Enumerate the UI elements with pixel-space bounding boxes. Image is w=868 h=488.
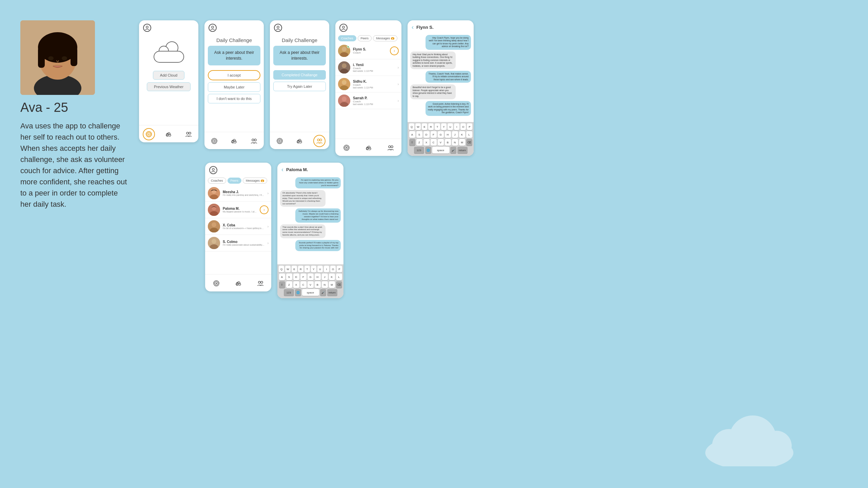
key-r-p[interactable]: R xyxy=(298,266,303,272)
key-return[interactable]: return xyxy=(457,147,468,154)
key-h[interactable]: H xyxy=(445,131,451,138)
nav-target-btn-4[interactable] xyxy=(340,142,353,154)
key-backspace[interactable]: ⌫ xyxy=(466,139,472,146)
key-k[interactable]: K xyxy=(459,131,465,138)
nav-cloud-btn[interactable] xyxy=(162,128,175,140)
key-l-p[interactable]: L xyxy=(336,273,342,280)
key-m-p[interactable]: M xyxy=(329,281,335,288)
dont-want-btn[interactable]: I don't want to do this xyxy=(208,94,260,103)
key-w[interactable]: W xyxy=(415,123,421,130)
contact-yenii[interactable]: i. Yenii Coach last week: 1:13 PM › xyxy=(335,59,401,76)
key-g[interactable]: G xyxy=(438,131,444,138)
maybe-later-btn[interactable]: Maybe Later xyxy=(208,82,260,92)
key-g-p[interactable]: G xyxy=(308,273,314,280)
back-arrow-5[interactable]: ‹ xyxy=(412,24,414,31)
tab-peers-6[interactable]: Peers xyxy=(228,178,242,184)
key-t-p[interactable]: T xyxy=(304,266,310,272)
nav-people-btn[interactable] xyxy=(182,128,195,140)
nav-target-btn-2[interactable] xyxy=(208,135,220,147)
tab-coaches[interactable]: Coaches xyxy=(338,35,356,41)
key-s[interactable]: S xyxy=(416,131,422,138)
key-p[interactable]: P xyxy=(467,123,472,130)
key-123-p[interactable]: 123 xyxy=(284,289,294,296)
key-e-p[interactable]: E xyxy=(292,266,297,272)
key-k-p[interactable]: K xyxy=(329,273,335,280)
key-o[interactable]: O xyxy=(460,123,466,130)
key-c-p[interactable]: C xyxy=(300,281,307,288)
key-i-p[interactable]: I xyxy=(324,266,329,272)
key-globe[interactable]: 🌐 xyxy=(425,147,431,154)
key-o-p[interactable]: O xyxy=(330,266,336,272)
contact-sarrah[interactable]: Sarrah P. Coach last week: 1:13 PM › xyxy=(335,93,401,109)
key-u[interactable]: U xyxy=(448,123,453,130)
key-z[interactable]: Z xyxy=(416,139,422,146)
tab-messages[interactable]: Messages ● xyxy=(373,35,397,41)
nav-target-btn-6[interactable] xyxy=(210,277,222,289)
contact-flynn[interactable]: Flynn S. Coach › xyxy=(335,43,401,59)
accept-btn[interactable]: I accept xyxy=(208,70,260,80)
key-return-p[interactable]: return xyxy=(327,289,337,296)
key-mic-p[interactable]: 🎤 xyxy=(320,289,326,296)
chevron-paloma-active[interactable]: › xyxy=(260,205,269,214)
nav-target-btn-3[interactable] xyxy=(274,135,286,147)
tab-coaches-6[interactable]: Coaches xyxy=(208,178,226,184)
key-p-p[interactable]: P xyxy=(337,266,342,272)
nav-cloud-btn-3[interactable] xyxy=(293,135,305,147)
key-s-p[interactable]: S xyxy=(286,273,292,280)
key-f-p[interactable]: F xyxy=(300,273,307,280)
chevron-sidhu[interactable]: › xyxy=(398,82,399,86)
key-z-p[interactable]: Z xyxy=(286,281,292,288)
key-b[interactable]: B xyxy=(445,139,451,146)
key-q-p[interactable]: Q xyxy=(279,266,284,272)
chevron-xceba[interactable]: › xyxy=(268,225,269,228)
contact-scolmo[interactable]: S. Colmo I'm really passionate about sus… xyxy=(205,235,271,251)
key-f[interactable]: F xyxy=(431,131,437,138)
key-y-p[interactable]: Y xyxy=(311,266,316,272)
key-globe-p[interactable]: 🌐 xyxy=(295,289,301,296)
key-n[interactable]: N xyxy=(452,139,458,146)
key-i[interactable]: I xyxy=(454,123,459,130)
nav-cloud-btn-4[interactable] xyxy=(362,142,375,154)
chevron-sarrah[interactable]: › xyxy=(398,99,399,103)
chevron-scolmo[interactable]: › xyxy=(268,241,269,245)
chevron-meesha[interactable]: › xyxy=(268,191,269,195)
chevron-flynn[interactable]: › xyxy=(390,46,399,55)
key-h-p[interactable]: H xyxy=(315,273,321,280)
key-d[interactable]: D xyxy=(423,131,430,138)
key-shift-p[interactable]: ⇧ xyxy=(279,281,285,288)
key-r[interactable]: R xyxy=(428,123,434,130)
key-backspace-p[interactable]: ⌫ xyxy=(336,281,342,288)
add-cloud-button[interactable]: Add Cloud xyxy=(153,71,184,80)
nav-cloud-btn-2[interactable] xyxy=(228,135,240,147)
key-t[interactable]: T xyxy=(435,123,440,130)
try-again-btn[interactable]: Try Again Later xyxy=(273,82,326,91)
chevron-yenii[interactable]: › xyxy=(398,66,399,69)
key-v[interactable]: V xyxy=(438,139,444,146)
key-v-p[interactable]: V xyxy=(308,281,314,288)
nav-people-btn-6[interactable] xyxy=(254,277,267,289)
contact-xceba[interactable]: X. Ceba I'm bit of a bookworm—I have get… xyxy=(205,218,271,235)
tab-peers[interactable]: Peers xyxy=(358,35,372,41)
key-l[interactable]: L xyxy=(466,131,472,138)
contact-paloma[interactable]: Paloma M. My biggest passion is music. I… xyxy=(205,202,271,218)
completed-btn[interactable]: Completed Challange xyxy=(273,70,326,80)
key-a[interactable]: A xyxy=(409,131,415,138)
nav-people-btn-2[interactable] xyxy=(248,135,260,147)
key-d-p[interactable]: D xyxy=(293,273,299,280)
key-j[interactable]: J xyxy=(452,131,458,138)
key-m[interactable]: M xyxy=(459,139,465,146)
nav-people-btn-3[interactable] xyxy=(313,135,326,147)
key-e[interactable]: E xyxy=(422,123,427,130)
key-j-p[interactable]: J xyxy=(322,273,328,280)
key-w-p[interactable]: W xyxy=(285,266,291,272)
contact-sidhu[interactable]: Sidhu K. Coach last week: 1:13 PM › xyxy=(335,76,401,93)
nav-people-btn-4[interactable] xyxy=(384,142,397,154)
tab-messages-6[interactable]: Messages ● xyxy=(243,178,267,184)
key-u-p[interactable]: U xyxy=(317,266,323,272)
key-x-p[interactable]: X xyxy=(293,281,299,288)
key-shift[interactable]: ⇧ xyxy=(409,139,415,146)
nav-target-btn[interactable] xyxy=(143,128,155,140)
back-arrow-7[interactable]: ‹ xyxy=(281,166,283,173)
key-space-p[interactable]: space xyxy=(302,289,319,296)
key-space[interactable]: space xyxy=(432,147,449,154)
